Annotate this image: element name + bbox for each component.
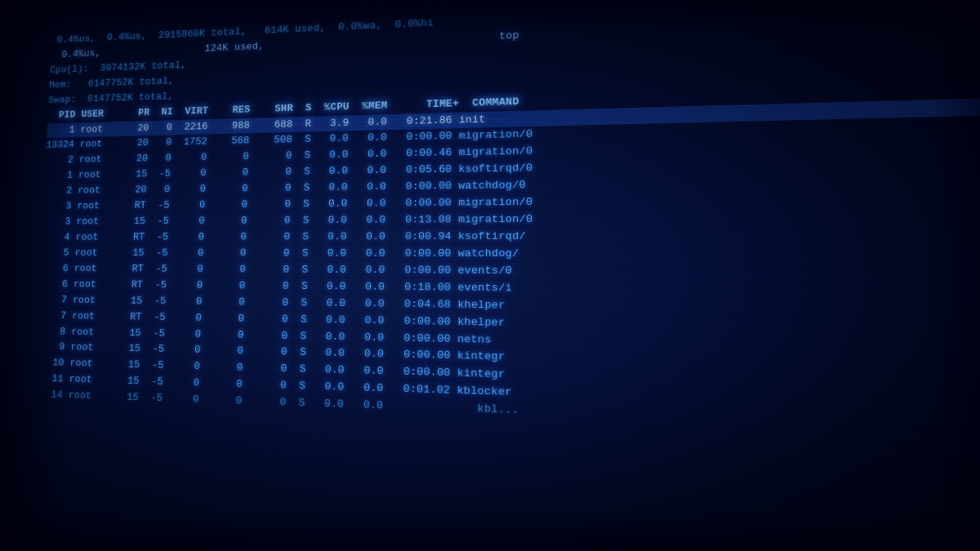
terminal-content: 0.4%us, 0.4%us, 2915860K total, 614K use… [33,0,980,441]
edge-bottom [0,510,980,551]
terminal-screen: 0.4%us, 0.4%us, 2915860K total, 614K use… [0,0,980,551]
terminal-line-14: 4 root RT -5 0 0 0 S 0.0 0.0 0:00.94 kso… [41,226,980,245]
